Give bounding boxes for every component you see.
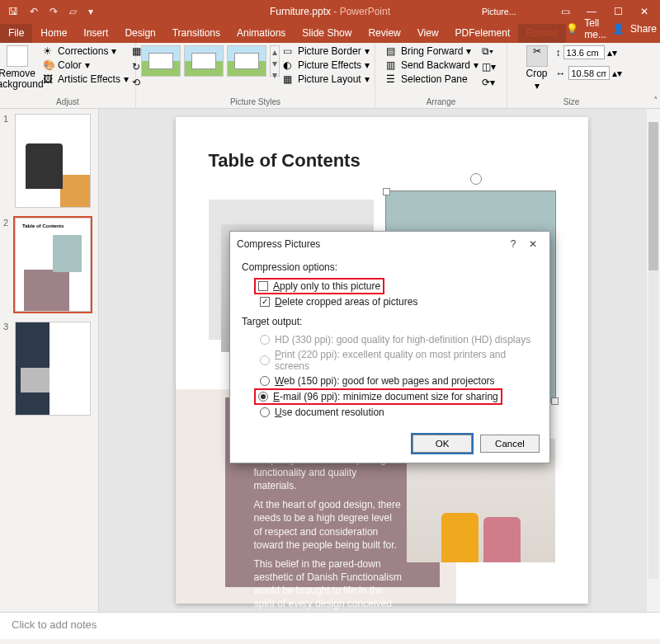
redo-icon[interactable]: ↷ xyxy=(50,6,58,17)
qat-more-icon[interactable]: ▾ xyxy=(88,6,93,17)
artistic-effects-menu[interactable]: 🖼Artistic Effects▾ xyxy=(43,73,129,85)
group-styles-label: Picture Styles xyxy=(230,97,280,108)
ribbon: Remove Background ☀Corrections▾ 🎨Color▾ … xyxy=(0,43,660,109)
corrections-menu[interactable]: ☀Corrections▾ xyxy=(43,45,129,57)
selection-pane-button[interactable]: ☰Selection Pane xyxy=(386,73,478,85)
selection-pane-icon: ☰ xyxy=(386,73,398,85)
group-arrange-label: Arrange xyxy=(427,97,456,108)
quick-access-toolbar: 🖫 ↶ ↷ ▱ ▾ xyxy=(0,6,93,17)
bring-forward-icon: ▤ xyxy=(386,45,398,57)
picture-effects-menu[interactable]: ◐Picture Effects▾ xyxy=(283,59,370,71)
slide-title: Table of Contents xyxy=(209,150,361,172)
email-radio[interactable] xyxy=(258,392,268,402)
document-resolution-radio[interactable] xyxy=(260,407,270,417)
height-icon: ↕ xyxy=(556,47,561,59)
tellme-icon: 💡 xyxy=(566,23,578,35)
bring-forward-menu[interactable]: ▤Bring Forward▾ xyxy=(386,45,478,57)
share-icon: 👤 xyxy=(612,23,625,35)
save-icon[interactable]: 🖫 xyxy=(8,6,18,17)
compression-options-label: Compression options: xyxy=(242,261,538,273)
rotate-menu-icon[interactable]: ⟳▾ xyxy=(482,77,496,88)
apply-only-checkbox[interactable] xyxy=(258,281,268,291)
document-resolution-label: Use document resolution xyxy=(275,407,384,418)
tab-home[interactable]: Home xyxy=(32,24,75,43)
tell-me-search[interactable]: Tell me... xyxy=(580,15,610,43)
thumb-slide-1[interactable]: 1 xyxy=(3,114,95,208)
context-tab-label: Picture... xyxy=(482,0,516,23)
hd-label: HD (330 ppi): good quality for high-defi… xyxy=(275,334,530,346)
tab-format[interactable]: Format xyxy=(518,24,566,43)
tab-design[interactable]: Design xyxy=(116,24,163,43)
notes-pane[interactable]: Click to add notes xyxy=(0,612,660,639)
remove-background-icon xyxy=(7,45,28,67)
height-field[interactable]: ↕▴▾ xyxy=(556,45,622,59)
status-bar xyxy=(0,639,660,644)
compress-pictures-dialog: Compress Pictures ? ✕ Compression option… xyxy=(229,231,550,463)
undo-icon[interactable]: ↶ xyxy=(30,6,38,17)
vertical-scrollbar[interactable] xyxy=(647,109,660,612)
layout-icon: ▦ xyxy=(283,73,295,85)
color-icon: 🎨 xyxy=(43,59,54,71)
delete-cropped-label: Delete cropped areas of pictures xyxy=(275,296,417,308)
target-output-label: Target output: xyxy=(242,316,538,327)
tab-view[interactable]: View xyxy=(409,24,447,43)
crop-button[interactable]: ✂ Crop▾ xyxy=(521,45,553,92)
group-menu-icon[interactable]: ◫▾ xyxy=(482,61,496,73)
delete-cropped-checkbox[interactable] xyxy=(260,297,270,307)
collapse-ribbon-icon[interactable]: ˄ xyxy=(653,96,658,106)
email-label: E-mail (96 ppi): minimize document size … xyxy=(273,391,498,402)
send-backward-menu[interactable]: ▥Send Backward▾ xyxy=(386,59,478,71)
tab-review[interactable]: Review xyxy=(360,24,408,43)
cancel-button[interactable]: Cancel xyxy=(480,435,540,453)
print-radio xyxy=(260,355,270,365)
effects-icon: ◐ xyxy=(283,59,295,71)
group-size-label: Size xyxy=(563,97,579,108)
share-button[interactable]: Share xyxy=(626,21,660,37)
remove-background-button[interactable]: Remove Background xyxy=(0,45,40,90)
ok-button[interactable]: OK xyxy=(412,435,472,453)
start-from-beginning-icon[interactable]: ▱ xyxy=(69,6,77,17)
ribbon-tabs: File Home Insert Design Transitions Anim… xyxy=(0,23,660,43)
print-label: Print (220 ppi): excellent quality on mo… xyxy=(275,349,538,372)
picture-border-menu[interactable]: ▭Picture Border▾ xyxy=(283,45,370,57)
thumb-slide-2[interactable]: 2 Table of Contents xyxy=(3,218,95,312)
border-icon: ▭ xyxy=(283,45,295,57)
artistic-icon: 🖼 xyxy=(43,73,54,85)
group-adjust-label: Adjust xyxy=(56,97,79,108)
dialog-title: Compress Pictures xyxy=(237,238,503,250)
corrections-icon: ☀ xyxy=(43,45,54,57)
web-label: Web (150 ppi): good for web pages and pr… xyxy=(275,375,495,387)
picture-styles-gallery[interactable]: ▴▾▾ xyxy=(141,45,280,77)
send-backward-icon: ▥ xyxy=(386,59,398,71)
tab-slideshow[interactable]: Slide Show xyxy=(294,24,360,43)
dialog-close-button[interactable]: ✕ xyxy=(523,238,543,250)
align-menu-icon[interactable]: ⧉▾ xyxy=(482,45,496,57)
crop-icon: ✂ xyxy=(526,45,548,67)
slide-thumbnails: 1 2 Table of Contents 3 xyxy=(0,109,99,612)
hd-radio xyxy=(260,335,270,345)
tab-pdfelement[interactable]: PDFelement xyxy=(447,24,519,43)
apply-only-label: AApply only to this picturepply only to … xyxy=(273,280,380,292)
thumb-slide-3[interactable]: 3 xyxy=(3,322,95,416)
tab-animations[interactable]: Animations xyxy=(229,24,294,43)
dialog-help-button[interactable]: ? xyxy=(503,238,523,250)
color-menu[interactable]: 🎨Color▾ xyxy=(43,59,129,71)
tab-transitions[interactable]: Transitions xyxy=(164,24,229,43)
width-icon: ↔ xyxy=(556,68,566,79)
width-field[interactable]: ↔▴▾ xyxy=(556,66,622,80)
picture-layout-menu[interactable]: ▦Picture Layout▾ xyxy=(283,73,370,85)
web-radio[interactable] xyxy=(260,376,270,386)
tab-file[interactable]: File xyxy=(0,24,32,43)
tab-insert[interactable]: Insert xyxy=(75,24,116,43)
gallery-more-icon[interactable]: ▴▾▾ xyxy=(270,45,280,77)
rotate-handle-icon[interactable] xyxy=(470,173,482,185)
title-bar: 🖫 ↶ ↷ ▱ ▾ Furniture.pptx - PowerPoint Pi… xyxy=(0,0,660,23)
